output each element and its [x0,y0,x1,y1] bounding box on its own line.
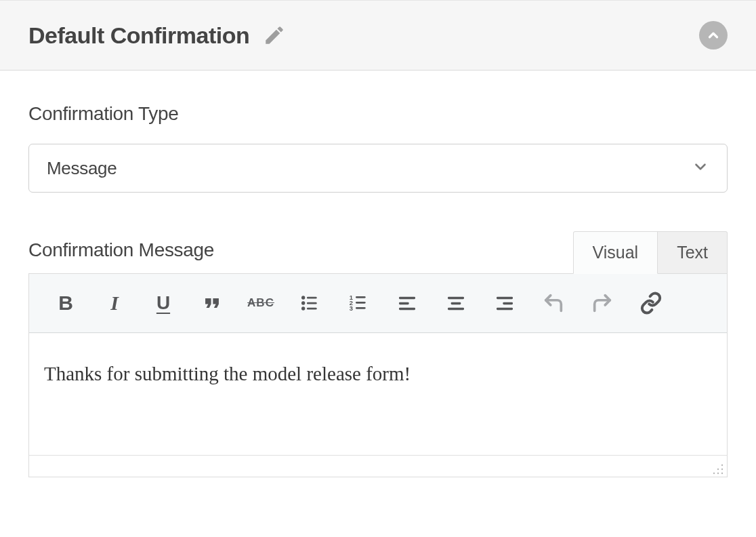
confirmation-panel: Default Confirmation Confirmation Type M… [0,0,756,484]
svg-rect-11 [356,307,366,309]
undo-icon [542,292,565,315]
confirmation-message-field: Confirmation Message Visual Text B I U A… [28,231,728,477]
svg-rect-5 [307,308,317,310]
chevron-up-icon [706,28,721,43]
collapse-button[interactable] [699,21,728,49]
svg-rect-3 [307,297,317,299]
panel-title: Default Confirmation [28,22,249,49]
svg-rect-4 [307,302,317,304]
undo-button[interactable] [529,283,578,323]
tab-text[interactable]: Text [658,231,728,274]
rich-text-editor: B I U ABC 123 [28,273,728,477]
svg-point-1 [301,301,305,304]
confirmation-type-label: Confirmation Type [28,103,728,125]
editor-tabs: Visual Text [573,231,728,273]
svg-rect-19 [503,302,513,304]
svg-rect-18 [497,297,513,299]
editor-statusbar [29,455,727,477]
pencil-icon[interactable] [263,24,286,47]
panel-header[interactable]: Default Confirmation [0,0,756,71]
underline-icon: U [156,292,170,314]
confirmation-type-select[interactable]: Message [28,144,728,193]
svg-rect-17 [448,308,464,310]
align-center-icon [445,292,467,314]
svg-point-2 [301,306,305,310]
editor-toolbar: B I U ABC 123 [29,274,727,333]
underline-button[interactable]: U [139,283,188,323]
svg-point-23 [721,473,723,474]
bold-icon: B [58,292,73,315]
redo-button[interactable] [578,283,627,323]
chevron-down-icon [692,158,709,178]
align-right-button[interactable] [480,283,529,323]
link-button[interactable] [627,283,675,323]
strikethrough-icon: ABC [247,296,274,310]
confirmation-message-label: Confirmation Message [28,239,214,261]
svg-rect-20 [497,308,513,310]
bullet-list-icon [299,292,320,314]
svg-point-26 [713,473,715,474]
svg-point-24 [717,469,719,470]
blockquote-icon [201,292,224,315]
editor-content[interactable]: Thanks for submitting the model release … [29,333,727,455]
svg-rect-13 [399,302,409,304]
svg-rect-12 [399,297,415,299]
svg-point-21 [721,464,723,466]
redo-icon [591,292,614,315]
svg-rect-14 [399,308,415,310]
resize-handle-icon[interactable] [712,463,724,475]
link-icon [639,292,663,315]
italic-icon: I [110,292,119,315]
align-left-icon [396,292,418,314]
svg-rect-15 [448,297,464,299]
svg-text:3: 3 [350,305,353,312]
italic-button[interactable]: I [90,283,139,323]
align-left-button[interactable] [383,283,432,323]
bold-button[interactable]: B [41,283,90,323]
strikethrough-button[interactable]: ABC [236,283,285,323]
confirmation-type-field: Confirmation Type Message [28,103,728,193]
svg-point-0 [301,296,305,299]
align-right-icon [494,292,516,314]
panel-body: Confirmation Type Message Confirmation M… [0,71,756,484]
blockquote-button[interactable] [188,283,236,323]
bullet-list-button[interactable] [285,283,334,323]
confirmation-type-value: Message [47,158,117,179]
svg-rect-16 [451,302,461,304]
svg-point-25 [717,473,719,474]
tab-visual[interactable]: Visual [573,231,658,274]
numbered-list-icon: 123 [348,292,369,314]
align-center-button[interactable] [432,283,480,323]
svg-point-22 [721,469,723,470]
svg-rect-10 [356,302,366,304]
numbered-list-button[interactable]: 123 [334,283,383,323]
svg-rect-9 [356,296,366,298]
